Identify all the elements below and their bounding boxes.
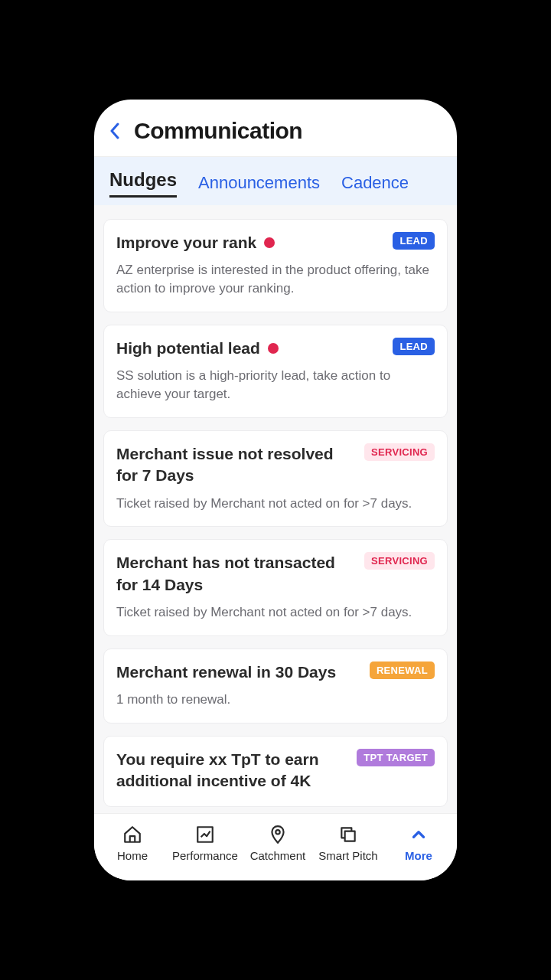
badge-renewal: RENEWAL	[370, 662, 435, 679]
card-header: Merchant issue not resolved for 7 Days S…	[116, 443, 435, 487]
nav-more[interactable]: More	[388, 825, 449, 862]
card-body: Ticket raised by Merchant not acted on f…	[116, 495, 435, 513]
card-header: Merchant has not transacted for 14 Days …	[116, 552, 435, 596]
nudge-card[interactable]: Merchant has not transacted for 14 Days …	[103, 539, 448, 635]
nav-smart-pitch[interactable]: Smart Pitch	[318, 825, 379, 862]
card-title-wrap: You require xx TpT to earn additional in…	[116, 749, 338, 792]
card-title-wrap: High potential lead	[116, 338, 279, 359]
card-title: Merchant renewal in 30 Days	[116, 662, 336, 683]
map-pin-icon	[268, 825, 288, 844]
nav-home[interactable]: Home	[102, 825, 163, 862]
home-icon	[122, 825, 142, 844]
card-header: You require xx TpT to earn additional in…	[116, 749, 435, 792]
card-header: High potential lead LEAD	[116, 338, 435, 359]
page-title: Communication	[134, 118, 302, 144]
card-title: You require xx TpT to earn additional in…	[116, 749, 338, 792]
nudge-list: Improve your rank LEAD AZ enterprise is …	[94, 205, 457, 813]
card-title: Improve your rank	[116, 232, 256, 253]
bottom-nav: Home Performance Catchment	[94, 813, 457, 880]
phone-frame: Communication Nudges Announcements Caden…	[94, 100, 457, 880]
card-title-wrap: Merchant has not transacted for 14 Days	[116, 552, 338, 596]
unread-dot-icon	[268, 343, 279, 354]
nav-label: More	[405, 849, 432, 862]
tab-announcements[interactable]: Announcements	[198, 173, 320, 198]
card-title-wrap: Merchant issue not resolved for 7 Days	[116, 443, 338, 487]
nav-catchment[interactable]: Catchment	[247, 825, 308, 862]
nav-label: Smart Pitch	[318, 849, 378, 862]
svg-rect-2	[345, 831, 355, 841]
badge-servicing: SERVICING	[364, 443, 435, 461]
card-title: High potential lead	[116, 338, 260, 359]
badge-lead: LEAD	[393, 232, 435, 250]
nav-label: Catchment	[250, 849, 306, 862]
card-body: SS solution is a high-priority lead, tak…	[116, 367, 435, 403]
svg-point-1	[276, 830, 279, 834]
unread-dot-icon	[264, 237, 275, 248]
header: Communication	[94, 100, 457, 157]
nav-label: Performance	[172, 849, 238, 862]
copy-icon	[338, 825, 358, 844]
nav-performance[interactable]: Performance	[172, 825, 238, 862]
back-icon[interactable]	[109, 122, 120, 139]
nudge-card[interactable]: You require xx TpT to earn additional in…	[103, 736, 448, 807]
nudge-card[interactable]: Merchant issue not resolved for 7 Days S…	[103, 430, 448, 527]
card-body: Ticket raised by Merchant not acted on f…	[116, 603, 435, 622]
chevron-up-icon	[409, 825, 429, 844]
card-header: Improve your rank LEAD	[116, 232, 435, 253]
card-header: Merchant renewal in 30 Days RENEWAL	[116, 662, 435, 683]
badge-servicing: SERVICING	[364, 552, 435, 570]
tab-cadence[interactable]: Cadence	[341, 173, 409, 198]
card-body: 1 month to renewal.	[116, 691, 435, 709]
badge-lead: LEAD	[393, 338, 435, 355]
nav-label: Home	[117, 849, 148, 862]
card-body: AZ enterprise is interested in the produ…	[116, 261, 435, 298]
card-title: Merchant issue not resolved for 7 Days	[116, 443, 338, 487]
nudge-card[interactable]: High potential lead LEAD SS solution is …	[103, 325, 448, 418]
chart-icon	[195, 825, 215, 844]
nudge-card[interactable]: Merchant renewal in 30 Days RENEWAL 1 mo…	[103, 648, 448, 724]
tab-nudges[interactable]: Nudges	[109, 169, 177, 198]
card-title-wrap: Merchant renewal in 30 Days	[116, 662, 336, 683]
nudge-card[interactable]: Improve your rank LEAD AZ enterprise is …	[103, 219, 448, 312]
badge-tpt-target: TPT TARGET	[357, 749, 435, 766]
card-title: Merchant has not transacted for 14 Days	[116, 552, 338, 596]
card-title-wrap: Improve your rank	[116, 232, 275, 253]
tabs: Nudges Announcements Cadence	[94, 157, 457, 205]
